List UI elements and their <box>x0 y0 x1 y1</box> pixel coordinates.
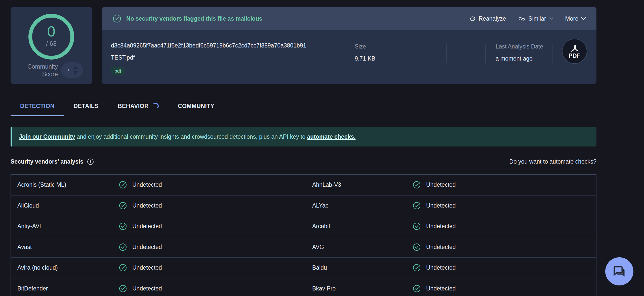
table-row: BitDefender Undetected Bkav Pro Undetect… <box>11 278 596 296</box>
status-label: Undetected <box>426 223 456 230</box>
community-score-card: 0 / 63 Community Score <box>11 7 92 84</box>
vendor-status: Undetected <box>112 285 306 292</box>
tab-detection[interactable]: DETECTION <box>11 96 64 116</box>
vendor-name: Avast <box>11 244 112 251</box>
tab-behavior[interactable]: BEHAVIOR <box>108 96 168 116</box>
table-row: Acronis (Static ML) Undetected AhnLab-V3… <box>11 175 596 195</box>
metadata-divider <box>447 44 447 63</box>
file-name: TEST.pdf <box>111 54 135 61</box>
vendor-name: AliCloud <box>11 202 112 209</box>
metadata-divider <box>486 44 486 63</box>
join-community-link[interactable]: Join our Community <box>19 133 75 140</box>
similar-label: Similar <box>528 15 546 22</box>
verdict-banner: No security vendors flagged this file as… <box>102 7 596 30</box>
tab-community-label: COMMUNITY <box>178 103 214 110</box>
vendor-name: BitDefender <box>11 285 112 292</box>
tab-details[interactable]: DETAILS <box>64 96 108 116</box>
last-analysis-date-value: a moment ago <box>496 55 533 62</box>
chat-bubbles-icon <box>612 264 627 279</box>
status-label: Undetected <box>132 181 162 188</box>
community-banner-text: and enjoy additional community insights … <box>75 133 307 140</box>
undetected-check-icon <box>413 264 421 272</box>
more-button[interactable]: More <box>565 15 586 22</box>
file-report-card: No security vendors flagged this file as… <box>102 7 596 84</box>
vote-dot <box>68 69 69 71</box>
vote-up-arrow-icon[interactable] <box>73 66 78 69</box>
info-icon[interactable] <box>87 158 94 165</box>
file-type-tag[interactable]: pdf <box>111 67 125 75</box>
vendor-status: Undetected <box>406 202 596 210</box>
vendor-name: ALYac <box>306 202 406 209</box>
vendor-name: Arcabit <box>306 223 406 230</box>
vendor-analysis-table: Acronis (Static ML) Undetected AhnLab-V3… <box>11 174 596 296</box>
status-label: Undetected <box>132 223 162 230</box>
table-row: AliCloud Undetected ALYac Undetected <box>11 195 596 216</box>
table-row: Avast Undetected AVG Undetected <box>11 237 596 258</box>
status-label: Undetected <box>132 285 162 292</box>
vendor-status: Undetected <box>406 181 596 189</box>
tab-behavior-label: BEHAVIOR <box>118 103 149 110</box>
vendor-name: Baidu <box>306 264 406 271</box>
detection-score-denominator: / 63 <box>46 40 57 47</box>
status-label: Undetected <box>426 285 456 292</box>
check-circle-icon <box>113 14 121 23</box>
vendor-name: Bkav Pro <box>306 285 406 292</box>
vendor-status: Undetected <box>406 264 596 272</box>
chevron-down-icon <box>581 17 586 20</box>
community-score-label: Community Score <box>18 63 58 78</box>
size-label: Size <box>355 43 366 50</box>
status-label: Undetected <box>132 264 162 271</box>
undetected-check-icon <box>119 202 127 210</box>
vendor-name: AVG <box>306 244 406 251</box>
vendor-status: Undetected <box>112 181 306 189</box>
chevron-down-icon <box>549 17 553 20</box>
metadata-divider <box>552 44 552 63</box>
vendor-name: AhnLab-V3 <box>306 181 406 188</box>
undetected-check-icon <box>413 285 421 292</box>
tab-details-label: DETAILS <box>74 103 99 110</box>
undetected-check-icon <box>413 222 421 230</box>
detection-score-value: 0 <box>47 24 55 39</box>
vendor-status: Undetected <box>406 222 596 230</box>
undetected-check-icon <box>413 181 421 189</box>
undetected-check-icon <box>119 264 127 272</box>
join-community-banner: Join our Community and enjoy additional … <box>11 127 596 146</box>
vendor-status: Undetected <box>112 222 306 230</box>
refresh-icon <box>469 15 476 22</box>
vendor-status: Undetected <box>406 285 596 292</box>
tab-community[interactable]: COMMUNITY <box>168 96 224 116</box>
table-row: Antiy-AVL Undetected Arcabit Undetected <box>11 216 596 237</box>
vendor-status: Undetected <box>406 243 596 251</box>
vote-down-arrow-icon[interactable] <box>73 71 78 75</box>
vendor-name: Acronis (Static ML) <box>11 181 112 188</box>
chat-support-button[interactable] <box>605 257 633 285</box>
status-label: Undetected <box>426 181 456 188</box>
undetected-check-icon <box>119 243 127 251</box>
pdf-file-badge: PDF <box>562 39 587 64</box>
reanalyze-button[interactable]: Reanalyze <box>469 15 506 22</box>
vendor-status: Undetected <box>112 264 306 272</box>
analysis-section-header: Security vendors' analysis Do you want t… <box>11 158 596 165</box>
vendor-name: Antiy-AVL <box>11 223 112 230</box>
detection-score-ring: 0 / 63 <box>28 14 74 60</box>
automate-checks-link[interactable]: automate checks. <box>307 133 355 140</box>
reanalyze-label: Reanalyze <box>479 15 506 22</box>
page: { "colors": { "page-bg": "#16161e", "car… <box>0 0 644 296</box>
vendor-status: Undetected <box>112 202 306 210</box>
similar-waves-icon <box>518 16 526 22</box>
report-tabs: DETECTION DETAILS BEHAVIOR COMMUNITY <box>11 96 596 116</box>
status-label: Undetected <box>132 244 162 251</box>
status-label: Undetected <box>426 244 456 251</box>
community-score-label-line2: Score <box>18 70 58 78</box>
community-vote-stepper[interactable] <box>61 62 83 78</box>
analysis-section-title: Security vendors' analysis <box>11 158 83 165</box>
status-label: Undetected <box>132 202 162 209</box>
undetected-check-icon <box>119 285 127 292</box>
more-label: More <box>565 15 578 22</box>
vendor-status: Undetected <box>112 243 306 251</box>
verdict-text: No security vendors flagged this file as… <box>126 15 262 22</box>
pdf-badge-label: PDF <box>569 53 581 59</box>
similar-button[interactable]: Similar <box>518 15 553 22</box>
vendor-name: Avira (no cloud) <box>11 264 112 271</box>
automate-checks-question-link[interactable]: Do you want to automate checks? <box>509 158 596 165</box>
